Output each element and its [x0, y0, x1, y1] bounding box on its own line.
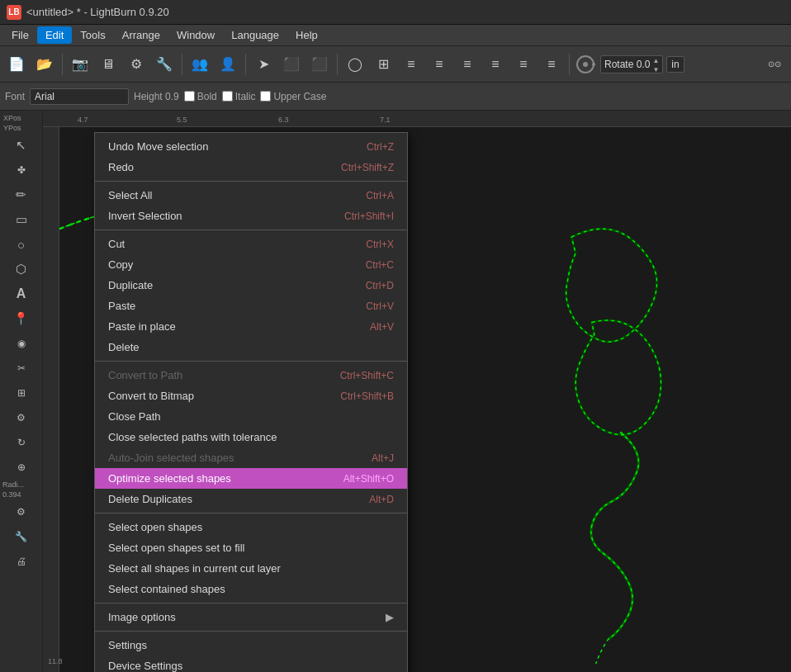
camera-icon[interactable]: 📷 [67, 51, 93, 78]
menu-invert-selection[interactable]: Invert Selection Ctrl+Shift+I [95, 206, 407, 226]
node-tool[interactable]: ✤ [3, 159, 40, 182]
menu-window[interactable]: Window [168, 26, 223, 44]
menu-file[interactable]: File [3, 26, 37, 44]
svg-point-2 [592, 63, 595, 66]
toolbar-sep-5 [569, 54, 570, 75]
spin-down[interactable]: ▼ [652, 65, 659, 74]
menu-select-all[interactable]: Select All Ctrl+A [95, 185, 407, 206]
menu-cut[interactable]: Cut Ctrl+X [95, 234, 407, 254]
italic-checkbox[interactable] [222, 91, 233, 102]
uppercase-checkbox[interactable] [260, 91, 271, 102]
menu-delete[interactable]: Delete [95, 337, 407, 357]
menu-select-open-fill-label: Select open shapes set to fill [108, 542, 245, 554]
menu-device-settings[interactable]: Device Settings [95, 655, 407, 672]
menu-tools[interactable]: Tools [72, 26, 113, 44]
menu-redo[interactable]: Redo Ctrl+Shift+Z [95, 157, 407, 177]
bold-label: Bold [197, 91, 217, 102]
ruler-tick-4: 7.1 [380, 116, 391, 124]
align6-icon[interactable]: ≡ [538, 51, 565, 78]
submenu-arrow: ▶ [386, 611, 394, 623]
menu-undo[interactable]: Undo Move selection Ctrl+Z [95, 136, 407, 157]
menu-select-open-fill[interactable]: Select open shapes set to fill [95, 537, 407, 558]
menu-paste-label: Paste [108, 300, 135, 312]
menu-select-cut-layer-label: Select all shapes in current cut layer [108, 562, 281, 575]
pin-tool[interactable]: 📍 [3, 307, 40, 330]
dd-sep-1 [95, 181, 407, 182]
toolbar-extra-1[interactable]: ⊙⊙ [761, 51, 788, 78]
uppercase-check[interactable]: Upper Case [260, 91, 326, 102]
select-tool[interactable]: ↖ [3, 134, 40, 157]
align1-icon[interactable]: ≡ [398, 51, 424, 78]
menu-delete-duplicates[interactable]: Delete Duplicates Alt+D [95, 489, 407, 509]
bold-check[interactable]: Bold [184, 91, 217, 102]
tool-gear[interactable]: ⚙ [3, 500, 40, 523]
mirror-v-icon[interactable]: ⬛ [306, 51, 333, 78]
menu-convert-bitmap-label: Convert to Bitmap [108, 390, 194, 402]
ellipse-tool[interactable]: ◉ [3, 332, 40, 355]
main-toolbar: 📄 📂 📷 🖥 ⚙ 🔧 👥 👤 ➤ ⬛ ⬛ ◯ ⊞ ≡ ≡ ≡ ≡ ≡ ≡ Ro… [0, 46, 791, 83]
font-input[interactable] [30, 88, 129, 105]
spin-up[interactable]: ▲ [652, 56, 659, 65]
tool-machine[interactable]: 🖨 [3, 550, 40, 573]
tools-icon[interactable]: 🔧 [151, 51, 178, 78]
cut-tool[interactable]: ✂ [3, 357, 40, 380]
rotate-tool[interactable]: ↻ [3, 431, 40, 454]
menu-arrange[interactable]: Arrange [114, 26, 168, 44]
tool-wrench[interactable]: 🔧 [3, 525, 40, 548]
menu-copy[interactable]: Copy Ctrl+C [95, 254, 407, 275]
text-tool[interactable]: A [3, 282, 40, 305]
height-label: Height 0.9 [134, 91, 179, 102]
font-label: Font [5, 91, 25, 102]
unit-selector[interactable]: in [666, 56, 684, 73]
toolbar-sep-1 [62, 54, 63, 75]
users-icon[interactable]: 👥 [187, 51, 213, 78]
circle-icon[interactable]: ◯ [342, 51, 368, 78]
menu-auto-join-shortcut: Alt+J [372, 452, 394, 464]
grid-icon[interactable]: ⊞ [370, 51, 396, 78]
open-button[interactable]: 📂 [31, 51, 58, 78]
menu-convert-bitmap[interactable]: Convert to Bitmap Ctrl+Shift+B [95, 386, 407, 406]
align4-icon[interactable]: ≡ [482, 51, 509, 78]
menu-image-options[interactable]: Image options ▶ [95, 607, 407, 627]
align3-icon[interactable]: ≡ [454, 51, 481, 78]
align2-icon[interactable]: ≡ [426, 51, 452, 78]
menu-duplicate[interactable]: Duplicate Ctrl+D [95, 275, 407, 296]
rotate-input[interactable]: Rotate 0.0 ▲ ▼ [600, 55, 663, 73]
mirror-h-icon[interactable]: ⬛ [278, 51, 305, 78]
grid-tool[interactable]: ⊞ [3, 381, 40, 405]
rect-tool[interactable]: ▭ [3, 208, 40, 231]
menu-edit[interactable]: Edit [37, 26, 72, 44]
menu-settings[interactable]: Settings [95, 635, 407, 655]
circle-tool[interactable]: ○ [3, 233, 40, 256]
draw-tool[interactable]: ✏ [3, 183, 40, 206]
zoom-tool[interactable]: ⊕ [3, 456, 40, 479]
menu-select-open-shapes[interactable]: Select open shapes [95, 517, 407, 537]
uppercase-label: Upper Case [273, 91, 326, 102]
menu-optimize[interactable]: Optimize selected shapes Alt+Shift+O [95, 468, 407, 489]
menu-redo-label: Redo [108, 161, 134, 173]
main-area: XPos YPos ↖ ✤ ✏ ▭ ○ ⬡ A 📍 ◉ ✂ ⊞ ⚙ ↻ ⊕ Ra… [0, 111, 791, 672]
menu-select-cut-layer[interactable]: Select all shapes in current cut layer [95, 558, 407, 579]
monitor-icon[interactable]: 🖥 [95, 51, 121, 78]
italic-check[interactable]: Italic [222, 91, 256, 102]
new-button[interactable]: 📄 [3, 51, 30, 78]
arrow-icon[interactable]: ➤ [250, 51, 277, 78]
user-icon[interactable]: 👤 [215, 51, 241, 78]
menu-close-selected-paths[interactable]: Close selected paths with tolerance [95, 427, 407, 447]
menu-convert-path-label: Convert to Path [108, 369, 182, 381]
align5-icon[interactable]: ≡ [510, 51, 537, 78]
canvas-area[interactable]: 4.7 5.5 6.3 7.1 11.8 [43, 111, 791, 672]
settings-tool[interactable]: ⚙ [3, 406, 40, 429]
menu-duplicate-label: Duplicate [108, 279, 153, 291]
menu-paste-in-place[interactable]: Paste in place Alt+V [95, 316, 407, 337]
menu-select-contained[interactable]: Select contained shapes [95, 579, 407, 599]
menu-close-path[interactable]: Close Path [95, 406, 407, 427]
bold-checkbox[interactable] [184, 91, 195, 102]
menu-help[interactable]: Help [287, 26, 326, 44]
menu-paste[interactable]: Paste Ctrl+V [95, 296, 407, 316]
polygon-tool[interactable]: ⬡ [3, 258, 40, 281]
menu-language[interactable]: Language [223, 26, 287, 44]
rotate-spinners[interactable]: ▲ ▼ [652, 56, 659, 73]
gear-icon[interactable]: ⚙ [123, 51, 149, 78]
menu-invert-label: Invert Selection [108, 210, 182, 222]
